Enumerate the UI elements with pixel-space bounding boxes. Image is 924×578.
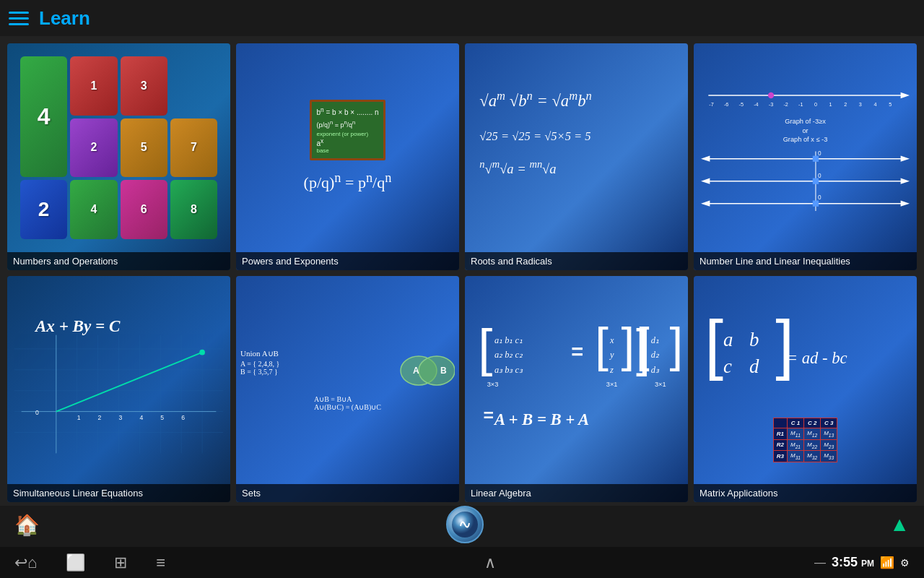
card-label-sets: Sets — [236, 484, 459, 502]
svg-text:d: d — [749, 355, 759, 377]
card-label-powers: Powers and Exponents — [236, 252, 459, 270]
navigation-bar: ↩ ⌂ ⬜ ⊞ ≡ ∧ — 3:55 PM 📶 ⚙ — [0, 547, 924, 578]
card-image-roots: √am √bn = √ambn √25 = √25 = √5×5 = 5 n√m… — [465, 43, 688, 252]
svg-text:z: z — [609, 364, 614, 374]
app-logo[interactable] — [446, 506, 484, 543]
svg-text:=: = — [571, 340, 583, 363]
svg-rect-32 — [813, 156, 819, 162]
svg-text:-7: -7 — [709, 101, 713, 108]
topic-card-linear-algebra[interactable]: [ ] a₁ b₁ c₁ a₂ b₂ c₂ a₃ b₃ c₃ 3×3 = [ x… — [465, 276, 688, 503]
svg-text:b: b — [749, 329, 759, 350]
card-image-linalg: [ ] a₁ b₁ c₁ a₂ b₂ c₂ a₃ b₃ c₃ 3×3 = [ x… — [465, 276, 688, 485]
svg-text:0: 0 — [818, 173, 821, 179]
card-label-matrix: Matrix Applications — [694, 484, 917, 502]
number-block-6: 6 — [121, 180, 167, 239]
logo-svg — [450, 510, 479, 539]
svg-text:5: 5 — [160, 414, 164, 421]
svg-text:]: ] — [775, 306, 794, 381]
svg-marker-27 — [701, 178, 710, 184]
svg-text:[: [ — [636, 317, 650, 371]
window-button[interactable]: ⬜ — [66, 553, 85, 572]
number-block-5: 5 — [121, 118, 167, 178]
svg-text:-1: -1 — [798, 101, 803, 108]
svg-text:y: y — [609, 350, 614, 360]
svg-marker-29 — [901, 201, 910, 207]
roots-formula-svg: √am √bn = √ambn √25 = √25 = √5×5 = 5 n√m… — [472, 51, 681, 245]
card-label-linalg: Linear Algebra — [465, 484, 688, 502]
svg-text:a₃  b₃  c₃: a₃ b₃ c₃ — [494, 364, 523, 374]
svg-text:√25 = √25 = √5×5 = 5: √25 = √25 = √5×5 = 5 — [479, 129, 590, 143]
matrix-formula-svg: [ ] a b c d = ad - bc — [701, 298, 910, 414]
menu-button[interactable] — [9, 12, 29, 25]
svg-text:4: 4 — [874, 101, 877, 108]
svg-text:Ax + By = C: Ax + By = C — [34, 316, 121, 335]
settings-icon[interactable]: ⚙ — [900, 557, 910, 569]
svg-text:Graph of x ≤ -3: Graph of x ≤ -3 — [783, 136, 828, 143]
number-block-1: 1 — [70, 56, 117, 116]
svg-text:2: 2 — [98, 414, 102, 421]
svg-text:-3: -3 — [769, 101, 773, 108]
card-label-numbers: Numbers and Operations — [7, 252, 230, 270]
number-block-4: 4 — [20, 56, 67, 177]
time-display: 3:55 PM — [832, 555, 874, 570]
svg-text:[: [ — [595, 317, 609, 371]
topic-card-matrix-applications[interactable]: [ ] a b c d = ad - bc C 1 — [694, 276, 917, 503]
svg-marker-24 — [701, 156, 710, 162]
svg-text:n√m√a = mn√a: n√m√a = mn√a — [479, 158, 556, 176]
svg-text:or: or — [802, 127, 808, 134]
chalkboard-visual: bn = b × b × ........ n (p/q)n = pn/qn e… — [310, 100, 385, 160]
svg-text:1: 1 — [829, 101, 832, 108]
venn-diagram-svg: A B — [397, 349, 455, 392]
nav-center: ⌂ ⬜ ⊞ ≡ — [27, 553, 165, 572]
main-content: 4 1 3 2 5 7 2 4 6 8 Numbers and Operatio… — [0, 36, 924, 506]
bottom-area: 🏠 ▲ ↩ ⌂ ⬜ ⊞ ≡ ∧ — [0, 506, 924, 578]
svg-text:0: 0 — [814, 101, 817, 108]
card-label-linear: Simultaneous Linear Equations — [7, 484, 230, 502]
topic-card-powers-exponents[interactable]: bn = b × b × ........ n (p/q)n = pn/qn e… — [236, 43, 459, 270]
home-nav-button[interactable]: ⌂ — [27, 553, 37, 572]
card-image-powers: bn = b × b × ........ n (p/q)n = pn/qn e… — [236, 43, 459, 252]
svg-text:c: c — [723, 355, 732, 377]
scroll-up-nav[interactable]: ∧ — [484, 553, 496, 572]
home-button[interactable]: 🏠 — [14, 513, 40, 537]
numberline-svg: -7 -6 -5 -4 -3 -2 -1 0 1 2 3 4 5 Grap — [701, 51, 910, 245]
card-image-matrix: [ ] a b c d = ad - bc C 1 — [694, 276, 917, 485]
svg-text:]: ] — [621, 317, 635, 371]
topic-card-roots-radicals[interactable]: √am √bn = √ambn √25 = √25 = √5×5 = 5 n√m… — [465, 43, 688, 270]
topic-card-sets[interactable]: Union A∪B A = { 2,4,8, } B = { 3,5,7 } A… — [236, 276, 459, 503]
page-title: Learn — [39, 7, 90, 30]
svg-line-60 — [56, 352, 202, 411]
scroll-up-button[interactable]: ▲ — [889, 513, 910, 536]
svg-point-61 — [199, 349, 205, 355]
svg-text:Graph of -3≥x: Graph of -3≥x — [785, 118, 826, 125]
home-button-area: 🏠 ▲ — [0, 506, 924, 543]
svg-text:2: 2 — [844, 101, 847, 108]
svg-rect-34 — [813, 201, 819, 207]
svg-text:3: 3 — [119, 414, 123, 421]
svg-marker-23 — [901, 156, 910, 162]
svg-text:5: 5 — [889, 101, 892, 108]
svg-text:3×1: 3×1 — [655, 380, 666, 387]
svg-text:=: = — [483, 405, 493, 425]
topic-card-simultaneous-linear[interactable]: 0 1 2 3 4 5 6 Ax + By = C Simultaneous L… — [7, 276, 230, 503]
grid-button[interactable]: ⊞ — [114, 553, 127, 572]
app-header: Learn — [0, 0, 924, 36]
number-block-2a: 2 — [70, 118, 117, 178]
svg-text:-4: -4 — [754, 101, 758, 108]
card-image-numberline: -7 -6 -5 -4 -3 -2 -1 0 1 2 3 4 5 Grap — [694, 43, 917, 252]
topic-card-numbers-operations[interactable]: 4 1 3 2 5 7 2 4 6 8 Numbers and Operatio… — [7, 43, 230, 270]
status-bar: — 3:55 PM 📶 ⚙ — [814, 555, 910, 570]
topics-grid: 4 1 3 2 5 7 2 4 6 8 Numbers and Operatio… — [7, 43, 917, 502]
svg-text:a₁  b₁  c₁: a₁ b₁ c₁ — [494, 335, 523, 345]
svg-point-64 — [419, 356, 455, 385]
card-label-roots: Roots and Radicals — [465, 252, 688, 270]
back-button[interactable]: ↩ — [14, 553, 27, 572]
topic-card-number-line[interactable]: -7 -6 -5 -4 -3 -2 -1 0 1 2 3 4 5 Grap — [694, 43, 917, 270]
menu-nav-button[interactable]: ≡ — [156, 553, 165, 572]
svg-text:-6: -6 — [724, 101, 728, 108]
svg-marker-26 — [901, 178, 910, 184]
svg-text:-2: -2 — [783, 101, 788, 108]
svg-text:4: 4 — [139, 414, 143, 421]
svg-text:]: ] — [670, 317, 681, 371]
number-block-2b: 2 — [20, 180, 67, 239]
